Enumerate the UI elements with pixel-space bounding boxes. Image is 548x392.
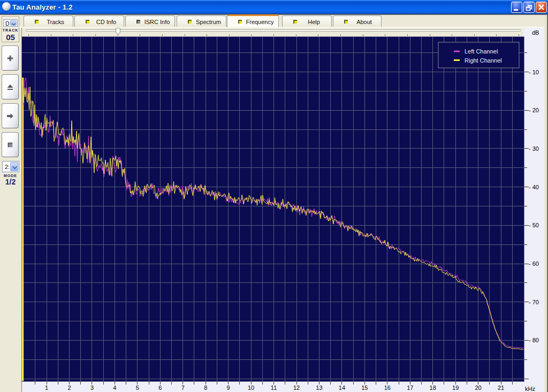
svg-text:- 80: - 80 xyxy=(529,337,539,343)
svg-text:20: 20 xyxy=(475,385,481,391)
svg-text:Right Channel: Right Channel xyxy=(465,57,502,64)
svg-text:3: 3 xyxy=(90,385,94,391)
svg-text:8: 8 xyxy=(204,385,207,391)
svg-text:16: 16 xyxy=(384,385,391,391)
svg-text:19: 19 xyxy=(452,385,459,391)
svg-text:- 60: - 60 xyxy=(529,260,539,267)
svg-text:13: 13 xyxy=(316,385,322,391)
svg-text:Left Channel: Left Channel xyxy=(465,48,498,55)
svg-text:12: 12 xyxy=(293,385,300,391)
svg-text:15: 15 xyxy=(361,385,368,391)
svg-text:2: 2 xyxy=(67,385,71,391)
svg-text:18: 18 xyxy=(430,385,436,391)
svg-text:- 20: - 20 xyxy=(529,107,539,113)
svg-text:- 50: - 50 xyxy=(529,222,539,228)
svg-text:6: 6 xyxy=(158,385,162,391)
svg-text:11: 11 xyxy=(271,385,277,391)
svg-text:1: 1 xyxy=(45,385,48,391)
svg-text:21: 21 xyxy=(498,385,504,391)
svg-text:- 40: - 40 xyxy=(529,184,539,190)
svg-text:4: 4 xyxy=(113,385,116,391)
svg-text:7: 7 xyxy=(181,385,185,391)
svg-text:10: 10 xyxy=(248,385,254,391)
svg-text:kHz: kHz xyxy=(525,386,535,392)
svg-text:- 10: - 10 xyxy=(529,69,539,75)
svg-text:14: 14 xyxy=(339,385,345,391)
svg-text:- 30: - 30 xyxy=(529,145,539,152)
svg-text:17: 17 xyxy=(407,385,413,391)
svg-text:- 70: - 70 xyxy=(529,299,539,305)
svg-text:9: 9 xyxy=(227,385,230,391)
svg-text:5: 5 xyxy=(136,385,139,391)
svg-text:dB: dB xyxy=(532,29,539,36)
